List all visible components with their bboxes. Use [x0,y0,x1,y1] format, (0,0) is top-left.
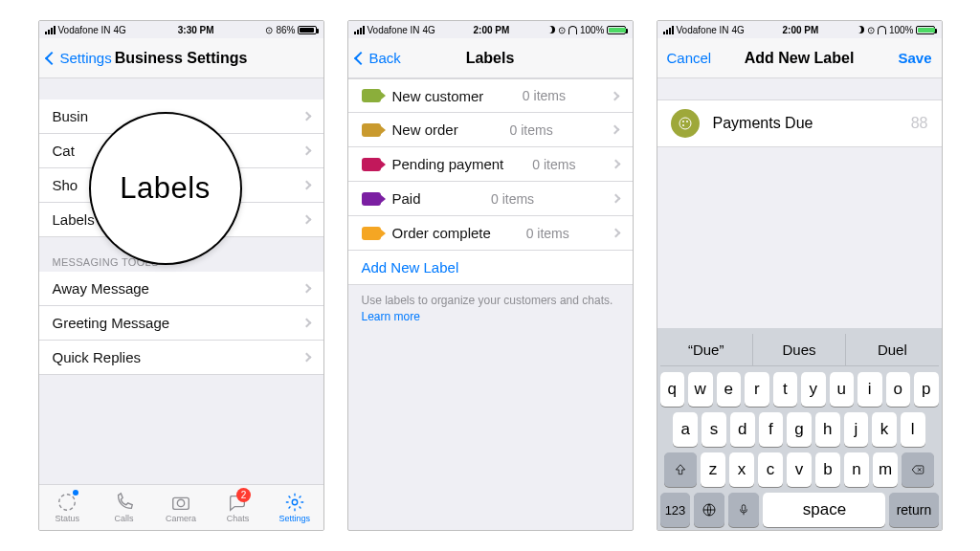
labels-hint: Use labels to organize your customers an… [348,285,633,333]
key-w[interactable]: w [688,372,713,407]
key-v[interactable]: v [787,452,812,487]
key-h[interactable]: h [815,412,840,447]
key-j[interactable]: j [844,412,869,447]
key-z[interactable]: z [701,452,725,487]
suggestion[interactable]: “Due” [660,334,752,365]
label-row[interactable]: Order complete0 items [348,216,633,251]
alarm-icon: ⊙ [265,25,273,35]
label-count: 0 items [491,191,534,207]
signal-icon [45,26,56,34]
signal-icon [663,26,674,34]
dnd-moon-icon [547,26,555,33]
svg-point-4 [679,118,691,129]
key-c[interactable]: c [758,452,783,487]
label-color-picker[interactable] [671,109,700,138]
tab-settings[interactable]: Settings [266,485,323,530]
chevron-right-icon [611,160,620,169]
tag-icon [362,123,381,137]
key-s[interactable]: s [702,412,726,447]
label-input-row: 88 [657,99,942,147]
tag-icon [362,192,381,206]
learn-more-link[interactable]: Learn more [362,310,420,323]
clock: 2:00 PM [783,25,819,35]
phone-icon [114,492,135,513]
label-count: 0 items [532,157,575,172]
row-away-message[interactable]: Away Message [39,272,323,306]
clock: 2:00 PM [474,25,510,35]
status-bar: Vodafone IN 4G 2:00 PM ⊙ 100% [657,21,942,38]
key-n[interactable]: n [844,452,869,487]
magnifier-callout: Labels [89,112,242,265]
svg-point-3 [292,499,298,505]
add-new-label-button[interactable]: Add New Label [348,251,633,285]
nav-title: Labels [466,50,515,67]
label-count: 0 items [510,122,553,138]
key-t[interactable]: t [773,372,798,407]
save-button[interactable]: Save [898,38,931,77]
gear-icon [284,492,305,513]
key-k[interactable]: k [872,412,897,447]
row-quick-replies[interactable]: Quick Replies [39,341,323,375]
tab-bar: Status Calls Camera 2 Chats Settings [39,484,323,530]
key-d[interactable]: d [730,412,755,447]
key-return[interactable]: return [889,493,938,527]
label-row[interactable]: New customer0 items [348,78,633,113]
key-q[interactable]: q [660,372,685,407]
key-backspace[interactable] [902,452,934,487]
tab-camera[interactable]: Camera [152,485,209,530]
key-space[interactable]: space [763,493,885,527]
suggestion[interactable]: Dues [752,334,845,365]
nav-bar: Settings Business Settings [39,38,323,78]
chevron-left-icon [44,51,57,64]
tab-status[interactable]: Status [39,485,96,530]
dnd-moon-icon [857,26,864,33]
keyboard: “Due” Dues Duel qwertyuiop asdfghjkl zxc… [657,328,942,530]
battery-percent: 86% [276,25,295,35]
tag-icon [362,227,381,240]
chevron-right-icon [301,353,311,363]
nav-bar: Back Labels [348,38,633,78]
mic-icon [737,503,750,517]
cancel-button[interactable]: Cancel [667,38,712,77]
key-a[interactable]: a [673,412,698,447]
labels-list: New customer0 itemsNew order0 itemsPendi… [348,78,633,251]
tag-icon [362,89,381,102]
chevron-right-icon [611,229,620,238]
key-o[interactable]: o [886,372,911,407]
battery-icon [607,26,626,34]
palette-icon [678,116,693,131]
back-button[interactable]: Back [356,38,401,77]
label-name-input[interactable] [711,114,911,133]
tab-calls[interactable]: Calls [96,485,152,530]
key-shift[interactable] [664,452,697,487]
key-u[interactable]: u [830,372,855,407]
key-globe[interactable] [694,493,724,527]
label-name: New customer [392,88,484,104]
key-f[interactable]: f [759,412,784,447]
key-g[interactable]: g [787,412,812,447]
battery-icon [298,26,317,34]
svg-point-0 [59,495,76,511]
key-mic[interactable] [728,493,759,527]
key-l[interactable]: l [901,412,925,447]
label-row[interactable]: New order0 items [348,113,633,147]
key-123[interactable]: 123 [660,493,691,527]
key-r[interactable]: r [745,372,769,407]
key-m[interactable]: m [873,452,898,487]
label-row[interactable]: Paid0 items [348,182,633,216]
key-b[interactable]: b [815,452,840,487]
key-p[interactable]: p [914,372,939,407]
key-y[interactable]: y [801,372,826,407]
key-x[interactable]: x [729,452,754,487]
key-e[interactable]: e [717,372,742,407]
chevron-left-icon [353,51,367,64]
row-greeting-message[interactable]: Greeting Message [39,306,323,341]
key-i[interactable]: i [858,372,882,407]
back-button[interactable]: Settings [47,38,112,77]
suggestion[interactable]: Duel [845,334,938,365]
chevron-right-icon [611,125,620,135]
signal-icon [354,26,365,34]
label-row[interactable]: Pending payment0 items [348,147,633,182]
nav-bar: Cancel Add New Label Save [657,38,942,78]
tab-chats[interactable]: 2 Chats [210,485,266,530]
